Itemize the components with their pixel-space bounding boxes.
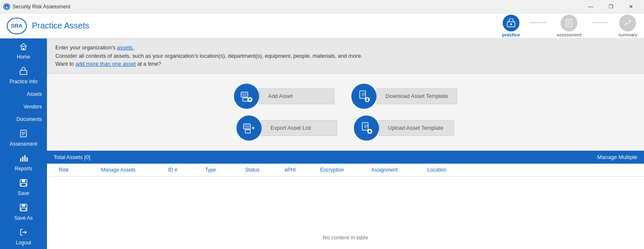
add-asset-label: Add Asset [259, 88, 335, 104]
svg-rect-22 [21, 183, 26, 186]
body: Home Practice Info Assets Vendors [0, 39, 644, 249]
action-row-1: Add Asset Down [64, 84, 627, 109]
svg-rect-3 [510, 23, 512, 25]
add-asset-icon [234, 84, 259, 109]
col-risk[interactable]: Risk [47, 164, 80, 176]
export-asset-list-button[interactable]: Export Asset List [236, 116, 337, 141]
app-container: SRA Practice Assets practice [0, 13, 644, 249]
save-as-icon [19, 203, 28, 214]
close-button[interactable]: ✕ [621, 0, 641, 13]
sidebar-subitem-vendors[interactable]: Vendors [0, 100, 47, 113]
logout-icon [19, 228, 28, 239]
sidebar-item-practice-info[interactable]: Practice Info [0, 63, 47, 88]
svg-rect-10 [23, 48, 24, 50]
svg-rect-38 [245, 130, 250, 133]
svg-rect-16 [20, 158, 21, 162]
header: SRA Practice Assets practice [0, 13, 644, 39]
svg-text:✚: ✚ [5, 6, 8, 9]
download-asset-template-label: Download Asset Template [377, 88, 457, 104]
sidebar-assessment-label: Assessment [10, 141, 37, 147]
upload-asset-template-label: Upload Asset Template [379, 120, 454, 136]
titlebar-left: ✚ Security Risk Assessment [3, 3, 70, 10]
logo: SRA [7, 18, 27, 34]
sidebar-item-save-as[interactable]: Save As [0, 200, 47, 224]
home-icon [19, 42, 28, 53]
sidebar-logout-label: Logout [16, 240, 31, 246]
table-area: Total Assets [0] Manage Multiple Risk Ma… [47, 151, 644, 249]
page-title: Practice Assets [32, 21, 89, 31]
no-content-message: No content in table [323, 234, 368, 241]
step-summary-icon [619, 15, 636, 31]
table-header-bar: Total Assets [0] Manage Multiple [47, 151, 644, 164]
col-status[interactable]: Status [231, 164, 273, 176]
sidebar-item-home[interactable]: Home [0, 39, 47, 63]
sidebar-practice-info-label: Practice Info [10, 79, 38, 85]
add-asset-button[interactable]: Add Asset [234, 84, 335, 109]
col-location[interactable]: Location [412, 164, 462, 176]
assets-link[interactable]: assets. [117, 44, 134, 51]
minimize-button[interactable]: — [581, 0, 600, 13]
step-assessment-label: assessment [557, 32, 582, 37]
maximize-button[interactable]: ❐ [601, 0, 621, 13]
steps-nav: practice assessment [502, 15, 637, 37]
sidebar-item-logout[interactable]: Logout [0, 224, 47, 249]
action-area: Add Asset Down [47, 74, 644, 151]
svg-rect-17 [22, 157, 23, 162]
table-columns: Risk Manage Assets ID # Type Status ePHI… [47, 164, 644, 177]
manage-multiple-label[interactable]: Manage Multiple [597, 154, 637, 160]
info-line1: Enter your organization's assets. [55, 44, 636, 52]
export-asset-list-icon [236, 116, 262, 141]
upload-asset-template-icon [354, 116, 379, 141]
col-id-num[interactable]: ID # [156, 164, 190, 176]
svg-rect-29 [243, 98, 248, 101]
header-left: SRA Practice Assets [7, 18, 89, 34]
total-assets-label: Total Assets [0] [54, 154, 90, 160]
logo-text: SRA [11, 23, 22, 29]
col-type[interactable]: Type [190, 164, 231, 176]
download-asset-template-icon [351, 84, 377, 109]
step-connector-1 [530, 22, 547, 23]
info-line3: Want to add more than one asset at a tim… [55, 60, 636, 68]
sidebar-subitem-assets[interactable]: Assets [0, 88, 47, 100]
col-assignment[interactable]: Assignment [357, 164, 412, 176]
download-asset-template-button[interactable]: Download Asset Template [351, 84, 457, 109]
col-manage-assets[interactable]: Manage Assets [80, 164, 156, 176]
svg-rect-18 [24, 155, 26, 162]
sidebar: Home Practice Info Assets Vendors [0, 39, 47, 249]
sidebar-save-label: Save [18, 190, 29, 196]
sidebar-save-as-label: Save As [14, 215, 33, 221]
sidebar-subitems: Assets Vendors Documents [0, 88, 47, 126]
reports-icon [19, 154, 28, 164]
col-encryption[interactable]: Encryption [307, 164, 357, 176]
step-practice-label: practice [502, 32, 520, 37]
sidebar-item-assessment[interactable]: Assessment [0, 126, 47, 150]
sidebar-subitem-documents[interactable]: Documents [0, 113, 47, 126]
step-connector-2 [592, 22, 608, 23]
add-multiple-link[interactable]: add more than one asset [75, 61, 136, 67]
app-title: Security Risk Assessment [13, 4, 70, 10]
main-content: Enter your organization's assets. Consid… [47, 39, 644, 249]
info-line2: Consider all contexts of assets, such as… [55, 52, 636, 60]
step-assessment: assessment [557, 15, 582, 37]
step-summary: summary [618, 15, 637, 37]
assessment-icon [19, 129, 28, 140]
sidebar-item-reports[interactable]: Reports [0, 150, 47, 175]
app-icon: ✚ [3, 3, 10, 10]
sidebar-home-label: Home [17, 54, 30, 60]
save-icon [19, 179, 28, 189]
upload-asset-template-button[interactable]: Upload Asset Template [354, 116, 454, 141]
table-body: No content in table [47, 177, 644, 249]
action-row-2: Export Asset List [64, 116, 627, 141]
sidebar-item-save[interactable]: Save [0, 175, 47, 200]
col-ephi[interactable]: ePHI [273, 164, 307, 176]
window-controls: — ❐ ✕ [581, 0, 641, 13]
export-asset-list-label: Export Asset List [262, 120, 337, 136]
step-summary-label: summary [618, 32, 637, 37]
step-practice-icon [503, 15, 519, 31]
svg-rect-28 [242, 93, 247, 96]
sidebar-reports-label: Reports [15, 166, 32, 172]
svg-rect-24 [22, 204, 25, 207]
titlebar: ✚ Security Risk Assessment — ❐ ✕ [0, 0, 644, 13]
step-practice: practice [502, 15, 520, 37]
svg-rect-11 [20, 70, 27, 74]
